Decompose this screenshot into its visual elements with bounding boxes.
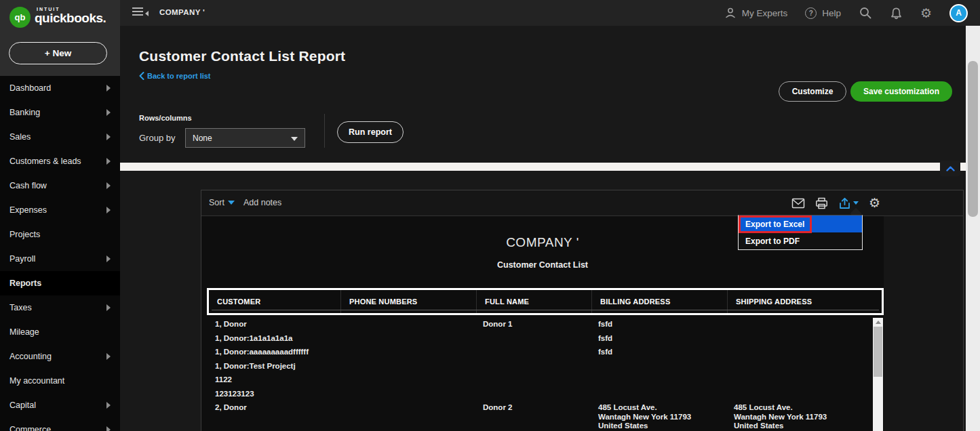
cell-full-name (475, 332, 590, 334)
scrollbar-thumb[interactable] (874, 327, 882, 377)
report-subtitle: Customer Contact List (201, 260, 884, 270)
envelope-icon (791, 198, 805, 209)
sidebar-item-payroll[interactable]: Payroll (0, 247, 120, 271)
sidebar-item-accounting[interactable]: Accounting (0, 344, 120, 369)
table-scrollbar[interactable] (873, 318, 883, 431)
cell-shipping (726, 318, 867, 320)
sidebar-item-label: Banking (9, 108, 40, 117)
export-dropdown-menu: Export to Excel Export to PDF (738, 215, 863, 250)
email-report-button[interactable] (791, 198, 805, 209)
sidebar-item-my-accountant[interactable]: My accountant (0, 369, 120, 393)
new-button[interactable]: + New (9, 42, 107, 64)
cell-shipping (726, 373, 867, 375)
table-row: 1, Donor:Test Projectj (207, 360, 867, 374)
customize-button[interactable]: Customize (779, 81, 846, 102)
cell-shipping (726, 360, 867, 362)
sidebar-item-capital[interactable]: Capital (0, 393, 120, 417)
sidebar-item-label: Capital (9, 401, 36, 410)
chevron-right-icon (106, 158, 111, 165)
sidebar-item-reports[interactable]: Reports (0, 271, 120, 295)
sidebar-item-taxes[interactable]: Taxes (0, 295, 120, 320)
export-excel-label: Export to Excel (745, 220, 804, 229)
chevron-down-icon (291, 137, 298, 141)
report-settings-gear-icon[interactable]: ⚙ (869, 197, 880, 209)
sidebar-item-dashboard[interactable]: Dashboard (0, 76, 120, 100)
page-scrollbar[interactable] (966, 26, 980, 431)
sidebar-item-label: Accounting (9, 352, 52, 361)
save-customization-button[interactable]: Save customization (850, 81, 952, 102)
group-by-select[interactable]: None (185, 128, 305, 148)
table-body: 1, Donor Donor 1 fsfd 1, Donor:1a1a1a1a1… (207, 318, 867, 431)
cell-full-name (475, 346, 590, 348)
cell-billing: fsfd (590, 318, 726, 329)
page-scrollbar-thumb[interactable] (968, 61, 978, 217)
my-experts-button[interactable]: My Experts (724, 7, 788, 19)
back-to-report-list-link[interactable]: Back to report list (139, 72, 211, 80)
sidebar-item-expenses[interactable]: Expenses (0, 198, 120, 222)
cell-full-name: Donor 1 (475, 318, 590, 329)
cell-customer: 2, Donor (207, 401, 339, 413)
sidebar-item-label: Cash flow (9, 181, 47, 190)
chevron-right-icon (106, 85, 111, 91)
export-to-pdf-menu-item[interactable]: Export to PDF (739, 232, 862, 249)
brand-block: qb INTUIT quickbooks. + New (0, 0, 120, 76)
sidebar-item-banking[interactable]: Banking (0, 100, 120, 125)
table-row: 1, Donor Donor 1 fsfd (207, 318, 867, 332)
sidebar-item-cash-flow[interactable]: Cash flow (0, 173, 120, 198)
table-row: 1, Donor:aaaaaaaaadffffff fsfd (207, 346, 867, 360)
sort-dropdown[interactable]: Sort (209, 198, 235, 207)
chevron-right-icon (106, 426, 111, 431)
sidebar-nav: Dashboard Banking Sales Customers & lead… (0, 76, 120, 431)
cell-customer: 1, Donor (207, 318, 339, 329)
collapse-panel-button[interactable] (940, 161, 960, 176)
settings-gear-icon[interactable]: ⚙ (920, 7, 932, 20)
quickbooks-logo: qb INTUIT quickbooks. (9, 7, 106, 28)
qb-logo-icon: qb (9, 7, 31, 28)
quickbooks-app: qb INTUIT quickbooks. + New COMPANY ' My… (0, 0, 980, 431)
search-icon[interactable] (859, 6, 872, 20)
hamburger-menu-icon[interactable] (132, 7, 150, 18)
print-report-button[interactable] (815, 197, 828, 209)
table-header: CUSTOMER PHONE NUMBERS FULL NAME BILLING… (207, 288, 884, 315)
chevron-right-icon (106, 109, 111, 116)
run-report-button[interactable]: Run report (337, 121, 404, 143)
sidebar-item-label: Sales (9, 132, 31, 142)
account-avatar[interactable]: A (949, 4, 968, 22)
help-button[interactable]: ? Help (805, 7, 841, 19)
export-to-excel-menu-item[interactable]: Export to Excel (739, 216, 862, 232)
sidebar-item-label: Dashboard (9, 83, 51, 93)
chevron-down-icon (228, 201, 235, 205)
chevron-right-icon (106, 353, 111, 360)
chevron-right-icon (106, 182, 111, 189)
cell-full-name: Donor 2 (475, 401, 590, 413)
sidebar-item-customers-leads[interactable]: Customers & leads (0, 149, 120, 173)
scroll-up-arrow-icon[interactable] (876, 321, 881, 324)
sidebar-item-label: Reports (9, 279, 41, 288)
cell-customer: 1, Donor:Test Projectj (207, 360, 339, 371)
sidebar-item-mileage[interactable]: Mileage (0, 320, 120, 344)
cell-phone (339, 318, 475, 320)
chevron-right-icon (106, 255, 111, 262)
table-row: 123123123 (207, 388, 867, 402)
chevron-down-icon (853, 201, 859, 205)
chevron-up-icon (946, 166, 955, 171)
cell-billing (590, 373, 726, 375)
cell-billing: fsfd (590, 332, 726, 344)
help-icon: ? (805, 7, 817, 19)
notifications-bell-icon[interactable] (890, 7, 903, 20)
cell-billing: fsfd (590, 346, 726, 357)
printer-icon (815, 197, 828, 209)
cell-phone (339, 332, 475, 334)
header-underline (212, 310, 879, 310)
sidebar-item-sales[interactable]: Sales (0, 125, 120, 149)
sidebar-item-label: Commerce (9, 425, 51, 431)
help-label: Help (822, 8, 841, 18)
cell-customer: 1, Donor:1a1a1a1a1a (207, 332, 339, 344)
cell-billing (590, 388, 726, 390)
sidebar-item-projects[interactable]: Projects (0, 222, 120, 247)
table-row: 2, Donor Donor 2 485 Locust Ave. Wantagh… (207, 401, 867, 431)
add-notes-button[interactable]: Add notes (243, 198, 281, 207)
sidebar-item-commerce[interactable]: Commerce (0, 417, 120, 431)
export-pdf-label: Export to PDF (745, 237, 800, 246)
divider (324, 114, 325, 148)
